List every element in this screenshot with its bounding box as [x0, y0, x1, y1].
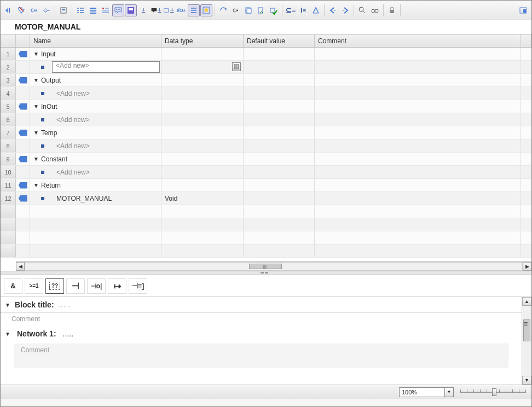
tb-icon-4[interactable] — [41, 4, 53, 16]
svg-rect-8 — [102, 8, 104, 9]
row-return[interactable]: 11 ▼Return — [1, 179, 531, 192]
tb-icon-1[interactable] — [3, 4, 15, 16]
svg-point-22 — [372, 9, 375, 13]
tb-icon-goto2[interactable] — [230, 4, 242, 16]
svg-rect-7 — [90, 13, 96, 14]
row-output[interactable]: 3 ▼Output — [1, 74, 531, 87]
tb-icon-goto4[interactable] — [255, 4, 267, 16]
row-temp[interactable]: 7 ▼Temp — [1, 126, 531, 139]
scroll-down-icon[interactable]: ▼ — [522, 376, 531, 385]
tag-icon — [19, 130, 27, 136]
row-inout[interactable]: 5 ▼InOut — [1, 100, 531, 113]
svg-point-16 — [233, 9, 236, 12]
grid-header: Name Data type Default value Comment — [1, 34, 531, 48]
fav-empty-box[interactable]: ?? — [45, 278, 64, 294]
row-inout-add[interactable]: 6 <Add new> — [1, 113, 531, 126]
fav-assign[interactable]: ⊣ — [66, 278, 85, 294]
bullet-icon — [41, 144, 44, 148]
zoom-combo[interactable]: 100% ▼ — [399, 387, 454, 397]
tag-icon — [19, 156, 27, 162]
tb-icon-fav[interactable] — [200, 4, 212, 16]
tb-icon-3[interactable] — [28, 4, 40, 16]
tb-icon-goto3[interactable] — [242, 4, 255, 16]
tb-icon-c1[interactable]: ⊆≡ — [285, 4, 297, 16]
tb-icon-find[interactable] — [356, 4, 368, 16]
row-output-add[interactable]: 4 <Add new> — [1, 87, 531, 100]
tb-icon-c2[interactable]: I≡ — [297, 4, 309, 16]
fav-branch[interactable]: ⊣=] — [129, 278, 147, 294]
editor-vscrollbar[interactable]: ▲ ≡ ▼ — [522, 297, 531, 385]
row-empty — [1, 231, 531, 245]
chevron-down-icon[interactable]: ▼ — [444, 388, 453, 397]
tb-icon-check[interactable] — [268, 4, 280, 16]
svg-point-10 — [118, 9, 119, 10]
scroll-up-icon[interactable]: ▲ — [522, 297, 531, 306]
chevron-down-icon[interactable]: ▼ — [33, 104, 39, 109]
scroll-right-icon[interactable]: ▶ — [523, 262, 531, 271]
tb-icon-10[interactable] — [188, 4, 200, 16]
tb-icon-nav-fwd[interactable] — [339, 4, 351, 16]
fav-jump[interactable]: ↦ — [108, 278, 126, 294]
tb-icon-2[interactable] — [15, 4, 27, 16]
tb-icon-list3[interactable] — [100, 4, 112, 16]
tb-icon-nav-back[interactable] — [327, 4, 339, 16]
row-temp-add[interactable]: 8 <Add new> — [1, 139, 531, 153]
network-comment[interactable]: Comment — [21, 346, 49, 354]
chevron-down-icon[interactable]: ▼ — [33, 130, 39, 136]
scroll-left-icon[interactable]: ◀ — [16, 262, 25, 271]
row-constant[interactable]: 9 ▼Constant — [1, 153, 531, 166]
network-header[interactable]: ▼ Network 1: ..... — [1, 325, 522, 341]
col-name[interactable]: Name — [30, 34, 161, 47]
row-input-add[interactable]: 2 <Add new> — [1, 61, 531, 74]
chevron-down-icon[interactable]: ▼ — [33, 183, 39, 188]
fav-neg-assign[interactable]: ⊣o| — [87, 278, 106, 294]
row-input[interactable]: 1 ▼Input — [1, 48, 531, 61]
tb-icon-6[interactable]: ± — [137, 4, 149, 16]
svg-rect-13 — [129, 8, 133, 10]
col-datatype[interactable]: Data type — [161, 34, 244, 47]
chevron-down-icon[interactable]: ▼ — [33, 51, 39, 57]
scroll-thumb[interactable]: ≡ — [523, 319, 530, 341]
slider-handle[interactable] — [492, 388, 496, 396]
chevron-down-icon[interactable]: ▼ — [33, 156, 39, 162]
zoom-slider[interactable] — [460, 388, 526, 396]
tb-icon-goto1[interactable] — [217, 4, 229, 16]
tb-icon-5[interactable] — [57, 4, 70, 16]
tb-icon-list2[interactable] — [87, 4, 99, 16]
tb-icon-block[interactable] — [125, 4, 137, 16]
svg-point-2 — [44, 9, 47, 12]
network-body[interactable]: Comment — [14, 344, 508, 368]
interface-grid: Name Data type Default value Comment 1 ▼… — [1, 34, 531, 271]
chevron-down-icon[interactable]: ▼ — [5, 331, 10, 336]
fav-or[interactable]: >=1 — [25, 278, 43, 294]
grid-hscrollbar[interactable]: ◀ |||| ▶ — [16, 261, 531, 271]
tag-icon — [19, 182, 27, 189]
block-comment[interactable]: Comment — [1, 313, 522, 325]
name-edit-input[interactable]: <Add new> — [52, 61, 160, 73]
tb-icon-last[interactable] — [517, 4, 529, 16]
network-label: Network 1: — [17, 329, 56, 338]
chevron-down-icon[interactable]: ▼ — [33, 78, 39, 83]
fav-and[interactable]: & — [4, 278, 22, 294]
tb-icon-list1[interactable] — [74, 4, 86, 16]
svg-point-11 — [119, 9, 120, 10]
chevron-down-icon[interactable]: ▼ — [5, 302, 10, 307]
scroll-thumb[interactable]: |||| — [249, 264, 282, 269]
row-constant-add[interactable]: 10 <Add new> — [1, 166, 531, 179]
tb-icon-lock[interactable] — [386, 4, 398, 16]
tb-icon-7[interactable]: ± — [150, 4, 162, 16]
tb-icon-8[interactable]: ± — [163, 4, 175, 16]
tb-icon-comment[interactable] — [112, 4, 124, 16]
tb-icon-9[interactable]: I/O± — [175, 4, 187, 16]
datatype-dropdown-button[interactable] — [232, 62, 241, 71]
bullet-icon — [41, 197, 44, 200]
col-comment[interactable]: Comment — [315, 34, 521, 47]
row-return-item[interactable]: 12 MOTOR_MANUAL Void — [1, 192, 531, 205]
block-title-row[interactable]: ▼ Block title: ..... — [1, 297, 522, 313]
tb-icon-glasses[interactable] — [369, 4, 381, 16]
tb-icon-c3[interactable] — [310, 4, 322, 16]
horizontal-splitter[interactable] — [1, 271, 531, 275]
bullet-icon — [41, 171, 44, 174]
col-default[interactable]: Default value — [244, 34, 315, 47]
block-name: MOTOR_MANUAL — [15, 22, 80, 31]
